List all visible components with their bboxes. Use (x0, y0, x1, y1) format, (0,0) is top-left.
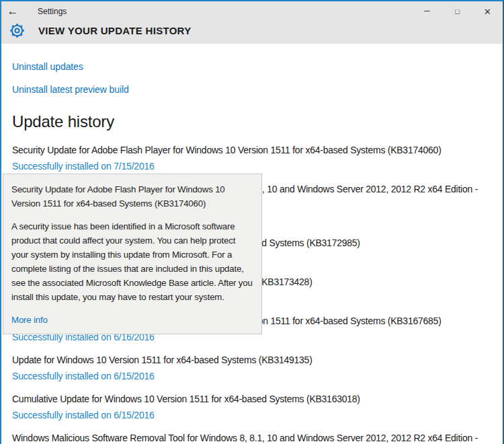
update-row: Windows Malicious Software Removal Tool … (12, 431, 492, 444)
page-header: VIEW YOUR UPDATE HISTORY (1, 22, 503, 44)
update-title[interactable]: Windows Malicious Software Removal Tool … (12, 431, 492, 444)
update-row: Update for Windows 10 Version 1511 for x… (12, 353, 492, 383)
window-title: Settings (38, 7, 67, 16)
update-details-tooltip: Security Update for Adobe Flash Player f… (3, 174, 262, 334)
update-history-heading: Update history (12, 111, 492, 133)
uninstall-updates-link[interactable]: Uninstall updates (12, 61, 492, 72)
update-status-link[interactable]: Successfully installed on 6/15/2016 (12, 408, 492, 422)
minimize-icon: – (424, 4, 429, 15)
tooltip-title: Security Update for Adobe Flash Player f… (11, 182, 253, 211)
back-arrow-icon: ← (7, 5, 19, 18)
window-controls: – □ ✕ (412, 1, 503, 22)
close-button[interactable]: ✕ (472, 1, 503, 22)
update-row: Cumulative Update for Windows 10 Version… (12, 392, 492, 422)
page-title: VIEW YOUR UPDATE HISTORY (38, 25, 192, 36)
back-button[interactable]: ← (1, 1, 24, 22)
update-row: Security Update for Adobe Flash Player f… (12, 143, 492, 174)
gear-icon (9, 23, 25, 38)
more-info-link[interactable]: More info (11, 313, 48, 327)
update-status-link[interactable]: Successfully installed on 7/15/2016 (12, 159, 492, 174)
maximize-button[interactable]: □ (442, 1, 472, 22)
update-title[interactable]: Update for Windows 10 Version 1511 for x… (12, 353, 492, 367)
maximize-icon: □ (455, 7, 460, 15)
update-title[interactable]: Cumulative Update for Windows 10 Version… (12, 392, 492, 406)
uninstall-preview-build-link[interactable]: Uninstall latest preview build (12, 84, 492, 95)
titlebar: ← Settings – □ ✕ (1, 1, 503, 22)
tooltip-body: A security issue has been identified in … (11, 219, 253, 304)
update-status-link[interactable]: Successfully installed on 6/15/2016 (12, 369, 492, 383)
close-icon: ✕ (484, 7, 491, 17)
settings-window: ← Settings – □ ✕ (0, 0, 504, 444)
update-title[interactable]: Security Update for Adobe Flash Player f… (12, 143, 492, 157)
minimize-button[interactable]: – (412, 1, 442, 22)
